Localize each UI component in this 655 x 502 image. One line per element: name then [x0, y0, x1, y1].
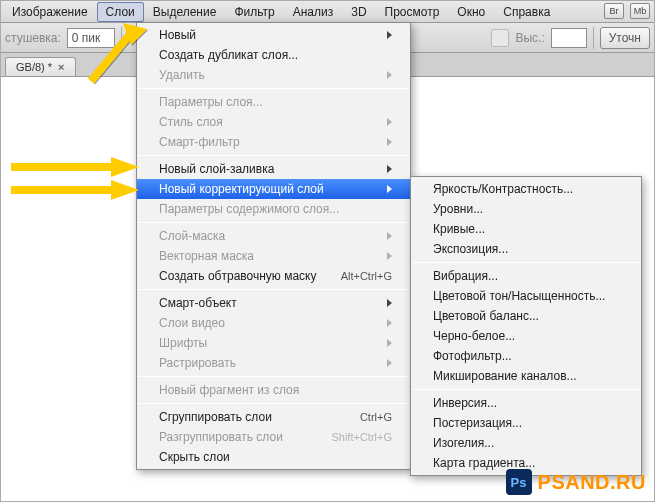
menu-view[interactable]: Просмотр — [376, 2, 449, 22]
layers-menu-item: Векторная маска — [137, 246, 410, 266]
adjustment-submenu-item[interactable]: Цветовой баланс... — [411, 306, 641, 326]
refine-edge-button[interactable]: Уточн — [600, 27, 650, 49]
menu-item-label: Инверсия... — [433, 396, 497, 410]
adjustment-submenu-item[interactable]: Микширование каналов... — [411, 366, 641, 386]
menu-item-label: Шрифты — [159, 336, 207, 350]
menu-item-label: Цветовой баланс... — [433, 309, 539, 323]
layers-menu-item: Растрировать — [137, 353, 410, 373]
layers-menu-item: Новый фрагмент из слоя — [137, 380, 410, 400]
menu-item-label: Разгруппировать слои — [159, 430, 283, 444]
tab-close-icon[interactable]: × — [58, 61, 64, 73]
submenu-arrow-icon — [387, 71, 392, 79]
menu-separator — [138, 403, 409, 404]
layers-menu-item[interactable]: Создать обтравочную маскуAlt+Ctrl+G — [137, 266, 410, 286]
menu-item-label: Кривые... — [433, 222, 485, 236]
submenu-arrow-icon — [387, 165, 392, 173]
menu-item-label: Яркость/Контрастность... — [433, 182, 573, 196]
menu-item-label: Фотофильтр... — [433, 349, 512, 363]
adjustment-submenu-item[interactable]: Инверсия... — [411, 393, 641, 413]
layers-menu-item: Слой-маска — [137, 226, 410, 246]
menu-item-label: Постеризация... — [433, 416, 522, 430]
layers-menu-item: Слои видео — [137, 313, 410, 333]
height-label: Выс.: — [515, 31, 544, 45]
height-input[interactable] — [551, 28, 587, 48]
menu-select[interactable]: Выделение — [144, 2, 226, 22]
menu-separator — [138, 376, 409, 377]
menubar: Изображение Слои Выделение Фильтр Анализ… — [1, 1, 654, 23]
layers-menu-item: Стиль слоя — [137, 112, 410, 132]
adjustment-submenu-item[interactable]: Изогелия... — [411, 433, 641, 453]
submenu-arrow-icon — [387, 31, 392, 39]
adjustment-submenu-item[interactable]: Вибрация... — [411, 266, 641, 286]
document-tab[interactable]: GB/8) * × — [5, 57, 76, 76]
menu-item-label: Параметры содержимого слоя... — [159, 202, 339, 216]
menu-item-label: Смарт-объект — [159, 296, 237, 310]
menu-item-label: Новый — [159, 28, 196, 42]
menu-item-label: Новый корректирующий слой — [159, 182, 324, 196]
layers-menu-item: Удалить — [137, 65, 410, 85]
menu-item-label: Стиль слоя — [159, 115, 223, 129]
menu-help[interactable]: Справка — [494, 2, 559, 22]
bridge-button[interactable]: Br — [604, 3, 624, 19]
submenu-arrow-icon — [387, 299, 392, 307]
layers-menu-item: Разгруппировать слоиShift+Ctrl+G — [137, 427, 410, 447]
adjustment-layer-submenu: Яркость/Контрастность...Уровни...Кривые.… — [410, 176, 642, 476]
layers-menu-item[interactable]: Создать дубликат слоя... — [137, 45, 410, 65]
layers-menu-item: Шрифты — [137, 333, 410, 353]
menu-item-label: Микширование каналов... — [433, 369, 577, 383]
layers-menu-item: Параметры слоя... — [137, 92, 410, 112]
annotation-arrow-icon — [11, 179, 141, 201]
adjustment-submenu-item[interactable]: Постеризация... — [411, 413, 641, 433]
layers-menu-item[interactable]: Скрыть слои — [137, 447, 410, 467]
menu-item-label: Слои видео — [159, 316, 225, 330]
adjustment-submenu-item[interactable]: Яркость/Контрастность... — [411, 179, 641, 199]
menu-item-shortcut: Shift+Ctrl+G — [331, 431, 392, 443]
menu-3d[interactable]: 3D — [342, 2, 375, 22]
layers-menu-item[interactable]: Новый — [137, 25, 410, 45]
minibridge-button[interactable]: Mb — [630, 3, 650, 19]
submenu-arrow-icon — [387, 319, 392, 327]
menu-item-label: Векторная маска — [159, 249, 254, 263]
menu-item-label: Создать дубликат слоя... — [159, 48, 298, 62]
submenu-arrow-icon — [387, 138, 392, 146]
menu-item-label: Сгруппировать слои — [159, 410, 272, 424]
adjustment-submenu-item[interactable]: Уровни... — [411, 199, 641, 219]
menu-separator — [412, 389, 640, 390]
ps-icon: Ps — [506, 469, 532, 495]
menu-image[interactable]: Изображение — [3, 2, 97, 22]
menu-filter[interactable]: Фильтр — [225, 2, 283, 22]
adjustment-submenu-item[interactable]: Фотофильтр... — [411, 346, 641, 366]
menu-layers[interactable]: Слои — [97, 2, 144, 22]
watermark-text: PSAND.RU — [538, 471, 646, 494]
menu-analysis[interactable]: Анализ — [284, 2, 343, 22]
menu-item-label: Параметры слоя... — [159, 95, 263, 109]
layers-menu-item[interactable]: Сгруппировать слоиCtrl+G — [137, 407, 410, 427]
svg-line-0 — [91, 33, 131, 81]
layers-menu-item[interactable]: Смарт-объект — [137, 293, 410, 313]
menu-item-label: Скрыть слои — [159, 450, 230, 464]
menu-item-label: Создать обтравочную маску — [159, 269, 317, 283]
adjustment-submenu-item[interactable]: Черно-белое... — [411, 326, 641, 346]
menu-item-label: Вибрация... — [433, 269, 498, 283]
menu-item-label: Новый фрагмент из слоя — [159, 383, 299, 397]
submenu-arrow-icon — [387, 252, 392, 260]
layers-menu-item: Смарт-фильтр — [137, 132, 410, 152]
menu-separator — [138, 88, 409, 89]
adjustment-submenu-item[interactable]: Экспозиция... — [411, 239, 641, 259]
annotation-arrow-icon — [81, 21, 151, 91]
layers-menu-item[interactable]: Новый корректирующий слой — [137, 179, 410, 199]
swap-dims-icon[interactable] — [491, 29, 509, 47]
submenu-arrow-icon — [387, 232, 392, 240]
submenu-arrow-icon — [387, 118, 392, 126]
layers-menu-item: Параметры содержимого слоя... — [137, 199, 410, 219]
adjustment-submenu-item[interactable]: Цветовой тон/Насыщенность... — [411, 286, 641, 306]
menu-window[interactable]: Окно — [448, 2, 494, 22]
menu-item-label: Цветовой тон/Насыщенность... — [433, 289, 605, 303]
menu-item-label: Уровни... — [433, 202, 483, 216]
adjustment-submenu-item[interactable]: Кривые... — [411, 219, 641, 239]
layers-menu-item[interactable]: Новый слой-заливка — [137, 159, 410, 179]
menu-separator — [138, 289, 409, 290]
menu-separator — [138, 222, 409, 223]
menu-item-label: Смарт-фильтр — [159, 135, 240, 149]
submenu-arrow-icon — [387, 359, 392, 367]
